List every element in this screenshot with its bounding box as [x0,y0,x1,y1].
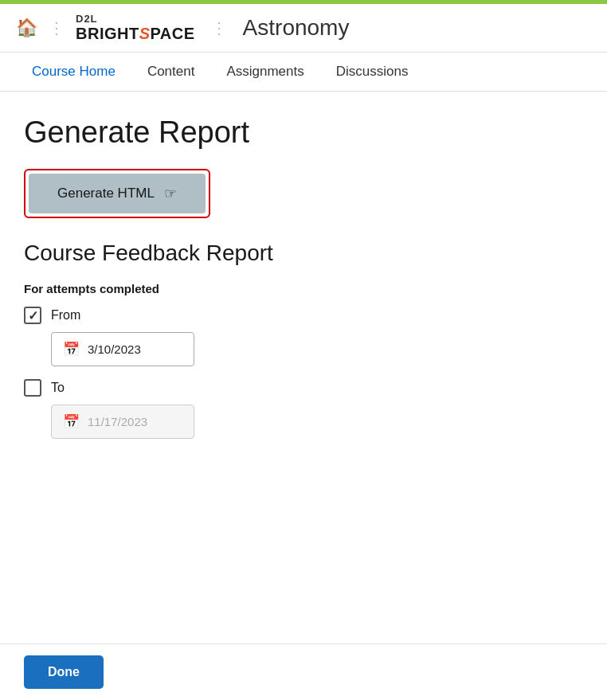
logo-pace: PACE [151,25,195,42]
from-calendar-icon: 📅 [63,341,80,358]
generate-btn-wrapper: Generate HTML ☞ [24,169,210,218]
from-checkbox[interactable]: ✓ [24,307,41,324]
nav-discussions[interactable]: Discussions [320,53,425,91]
course-title: Astronomy [243,15,350,41]
generate-html-button[interactable]: Generate HTML ☞ [29,174,206,213]
header-divider-1: ⋮ [49,18,65,37]
cursor-icon: ☞ [164,185,177,202]
form-label: For attempts completed [24,282,583,295]
done-button[interactable]: Done [24,655,104,689]
header-divider-2: ⋮ [211,18,227,37]
to-date-field[interactable]: 📅 11/17/2023 [51,405,194,439]
main-content: Generate Report Generate HTML ☞ Course F… [0,92,607,515]
logo-d2l: D2L [76,14,195,25]
nav-content[interactable]: Content [131,53,211,91]
nav: Course Home Content Assignments Discussi… [0,53,607,92]
nav-course-home[interactable]: Course Home [16,53,131,91]
to-date-value: 11/17/2023 [88,415,147,428]
checkmark-icon: ✓ [28,308,38,323]
nav-assignments[interactable]: Assignments [210,53,319,91]
logo-brightspace: BRIGHTSPACE [76,25,195,42]
to-calendar-icon: 📅 [63,413,80,430]
logo-bright: BRIGHT [76,25,139,42]
to-checkbox[interactable] [24,379,41,397]
from-date-wrapper: 📅 3/10/2023 [51,332,583,366]
section-title: Course Feedback Report [24,241,583,266]
from-date-value: 3/10/2023 [88,342,141,356]
page-title: Generate Report [24,115,583,150]
logo-container: D2L BRIGHTSPACE [76,14,195,42]
done-btn-bar: Done [0,643,607,700]
to-checkbox-row: To [24,379,583,397]
generate-html-label: Generate HTML [57,186,155,201]
to-label: To [51,381,65,395]
home-icon[interactable]: 🏠 [16,18,37,38]
logo-a: S [139,25,151,42]
from-date-field[interactable]: 📅 3/10/2023 [51,332,194,366]
from-label: From [51,308,80,323]
from-checkbox-row: ✓ From [24,307,583,324]
to-date-wrapper: 📅 11/17/2023 [51,405,583,439]
header: 🏠 ⋮ D2L BRIGHTSPACE ⋮ Astronomy [0,4,607,53]
